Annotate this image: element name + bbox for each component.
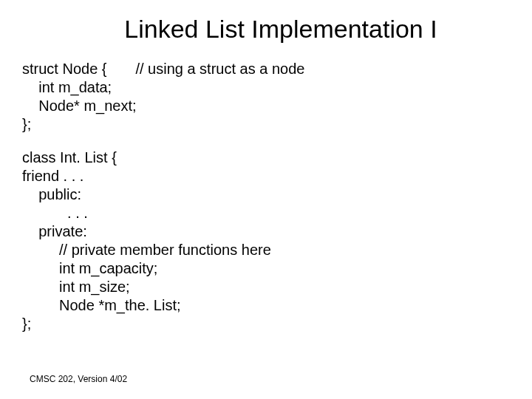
slide-title: Linked List Implementation I (22, 15, 510, 44)
class-intlist-code: class Int. List { friend . . . public: .… (22, 149, 510, 333)
struct-node-code: struct Node { // using a struct as a nod… (22, 60, 510, 134)
footer-text: CMSC 202, Version 4/02 (30, 374, 127, 384)
